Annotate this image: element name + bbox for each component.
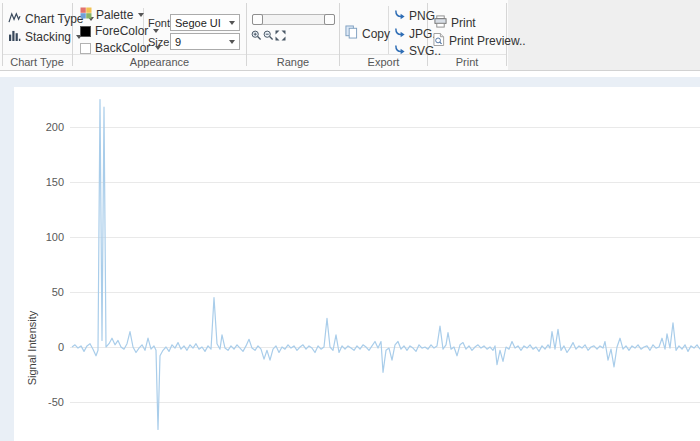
- zoom-reset-icon: [275, 29, 286, 44]
- range-slider-left-thumb[interactable]: [252, 14, 263, 25]
- font-combobox[interactable]: Segoe UI: [170, 14, 240, 31]
- toolbar-group-label: Range: [247, 56, 339, 68]
- export-arrow-icon: [394, 27, 405, 41]
- toolbar-group-label: Export: [340, 56, 427, 68]
- range-slider[interactable]: [252, 14, 335, 25]
- palette-icon: [80, 7, 92, 22]
- zoom-in-button[interactable]: [250, 29, 262, 41]
- stacking-icon: [8, 30, 21, 44]
- toolbar-group-label: Appearance: [73, 56, 246, 68]
- forecolor-swatch: [80, 26, 91, 37]
- copy-label: Copy: [362, 27, 390, 41]
- toolbar-group-label: Print: [428, 56, 506, 68]
- toolbar-empty-area: [508, 0, 700, 70]
- palette-button[interactable]: Palette: [80, 7, 144, 22]
- export-arrow-icon: [394, 9, 405, 23]
- print-preview-icon: [433, 33, 445, 49]
- stacking-button[interactable]: Stacking: [8, 30, 82, 44]
- print-icon: [434, 15, 447, 31]
- range-slider-right-thumb[interactable]: [324, 14, 335, 25]
- print-label: Print: [451, 16, 476, 30]
- size-combobox[interactable]: 9: [170, 33, 240, 50]
- chart-type-label: Chart Type: [25, 12, 83, 26]
- y-tick-label: 0: [14, 341, 64, 353]
- chart-panel[interactable]: [14, 87, 700, 441]
- gridline: [70, 292, 700, 293]
- chart-type-icon: [8, 12, 21, 26]
- copy-icon: [345, 25, 358, 42]
- palette-label: Palette: [96, 8, 133, 22]
- forecolor-label: ForeColor: [95, 24, 148, 38]
- size-label: Size:: [148, 36, 172, 48]
- dropdown-caret-icon: [138, 13, 144, 17]
- zoom-reset-button[interactable]: [274, 29, 286, 41]
- gridline: [70, 402, 700, 403]
- combobox-caret-icon: [229, 21, 235, 25]
- y-tick-label: 200: [14, 121, 64, 133]
- backcolor-label: BackColor: [95, 41, 150, 55]
- copy-button[interactable]: Copy: [345, 25, 390, 42]
- stacking-label: Stacking: [25, 30, 71, 44]
- ribbon-toolbar: Chart Type Stacking Chart Type Palette F…: [0, 0, 700, 71]
- backcolor-swatch: [80, 43, 91, 54]
- y-tick-label: -50: [14, 396, 64, 408]
- y-tick-label: 150: [14, 176, 64, 188]
- gridline: [70, 237, 700, 238]
- y-tick-label: 50: [14, 286, 64, 298]
- toolbar-group-label: Chart Type: [2, 56, 72, 68]
- gridline: [70, 182, 700, 183]
- print-preview-button[interactable]: Print Preview..: [433, 33, 526, 49]
- zoom-out-button[interactable]: [262, 29, 274, 41]
- combobox-caret-icon: [229, 40, 235, 44]
- zoom-out-icon: [263, 29, 274, 44]
- dropdown-caret-icon: [153, 29, 159, 33]
- print-button[interactable]: Print: [434, 15, 476, 31]
- y-axis-title: Signal Intensity: [26, 291, 38, 406]
- app-window: Chart Type Stacking Chart Type Palette F…: [0, 0, 700, 441]
- font-combobox-value: Segoe UI: [175, 17, 221, 29]
- gridline: [70, 347, 700, 348]
- print-preview-label: Print Preview..: [449, 34, 526, 48]
- gridline: [70, 127, 700, 128]
- zoom-in-icon: [251, 29, 262, 44]
- size-combobox-value: 9: [175, 36, 181, 48]
- y-tick-label: 100: [14, 231, 64, 243]
